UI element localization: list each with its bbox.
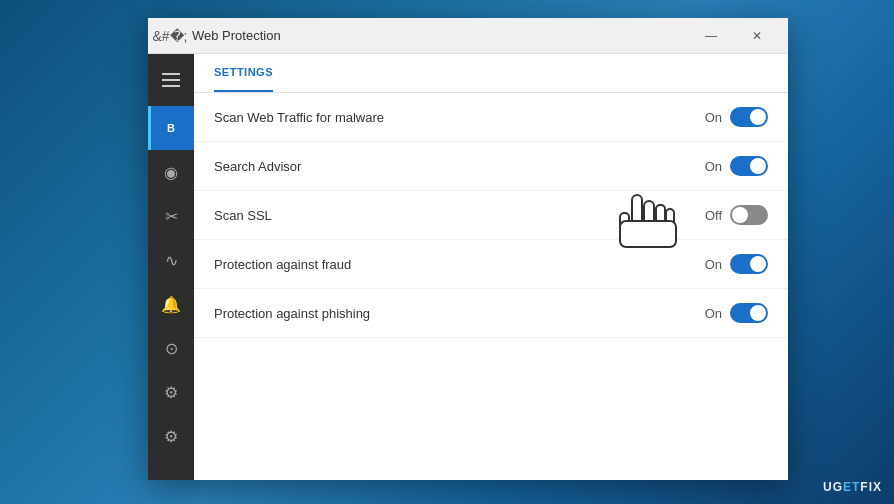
toggle-track-fraud: [730, 254, 768, 274]
settings-icon: ⚙: [164, 383, 178, 402]
advanced-icon: ⚙: [164, 427, 178, 446]
watermark-et: ET: [843, 480, 860, 494]
setting-right-phishing: On: [705, 303, 768, 323]
sidebar-item-advanced[interactable]: ⚙: [148, 414, 194, 458]
hamburger-line-1: [162, 73, 180, 75]
tab-settings[interactable]: SETTINGS: [214, 54, 273, 92]
toggle-thumb-phishing: [750, 305, 766, 321]
back-button[interactable]: &#�;: [156, 22, 184, 50]
settings-list: Scan Web Traffic for malware On Search A…: [194, 93, 788, 480]
sidebar-item-stats[interactable]: ∿: [148, 238, 194, 282]
toggle-thumb-scan-ssl: [732, 207, 748, 223]
setting-status-phishing: On: [705, 306, 722, 321]
toggle-track-search-advisor: [730, 156, 768, 176]
setting-row-fraud: Protection against fraud On: [194, 240, 788, 289]
setting-row-scan-ssl: Scan SSL Off: [194, 191, 788, 240]
watermark-ug: UG: [823, 480, 843, 494]
toggle-scan-web[interactable]: [730, 107, 768, 127]
setting-label-scan-ssl: Scan SSL: [214, 208, 272, 223]
setting-status-fraud: On: [705, 257, 722, 272]
toggle-thumb-search-advisor: [750, 158, 766, 174]
sidebar-item-monitor[interactable]: ◉: [148, 150, 194, 194]
setting-row-phishing: Protection against phishing On: [194, 289, 788, 338]
app-window: &#�; Web Protection — ✕ B ◉ ✂: [148, 18, 788, 480]
main-content: SETTINGS Scan Web Traffic for malware On: [194, 54, 788, 480]
hamburger-line-3: [162, 85, 180, 87]
toggle-scan-ssl[interactable]: [730, 205, 768, 225]
hamburger-line-2: [162, 79, 180, 81]
sidebar-item-account[interactable]: ⊙: [148, 326, 194, 370]
setting-label-search-advisor: Search Advisor: [214, 159, 301, 174]
setting-status-search-advisor: On: [705, 159, 722, 174]
setting-status-scan-web: On: [705, 110, 722, 125]
setting-row-search-advisor: Search Advisor On: [194, 142, 788, 191]
app-body: B ◉ ✂ ∿ 🔔 ⊙ ⚙ ⚙: [148, 54, 788, 480]
watermark: UGETFIX: [823, 480, 882, 494]
title-bar: &#�; Web Protection — ✕: [148, 18, 788, 54]
toggle-search-advisor[interactable]: [730, 156, 768, 176]
bell-icon: 🔔: [161, 295, 181, 314]
setting-right-fraud: On: [705, 254, 768, 274]
tabs-bar: SETTINGS: [194, 54, 788, 93]
minimize-button[interactable]: —: [688, 18, 734, 54]
window-controls: — ✕: [688, 18, 780, 54]
toggle-track-scan-ssl: [730, 205, 768, 225]
sidebar-item-settings[interactable]: ⚙: [148, 370, 194, 414]
setting-right-scan-ssl: Off: [705, 205, 768, 225]
toggle-fraud[interactable]: [730, 254, 768, 274]
chart-icon: ∿: [165, 251, 178, 270]
toggle-thumb-scan-web: [750, 109, 766, 125]
shield-badge: B: [158, 115, 184, 141]
setting-label-phishing: Protection against phishing: [214, 306, 370, 321]
account-icon: ⊙: [165, 339, 178, 358]
toggle-track-scan-web: [730, 107, 768, 127]
sidebar-item-tools[interactable]: ✂: [148, 194, 194, 238]
sidebar-item-protection[interactable]: B: [148, 106, 194, 150]
setting-right-scan-web: On: [705, 107, 768, 127]
close-button[interactable]: ✕: [734, 18, 780, 54]
toggle-phishing[interactable]: [730, 303, 768, 323]
tools-icon: ✂: [165, 207, 178, 226]
window-title: Web Protection: [184, 28, 688, 43]
setting-label-fraud: Protection against fraud: [214, 257, 351, 272]
setting-row-scan-web: Scan Web Traffic for malware On: [194, 93, 788, 142]
sidebar-item-notifications[interactable]: 🔔: [148, 282, 194, 326]
sidebar: B ◉ ✂ ∿ 🔔 ⊙ ⚙ ⚙: [148, 54, 194, 480]
toggle-thumb-fraud: [750, 256, 766, 272]
setting-label-scan-web: Scan Web Traffic for malware: [214, 110, 384, 125]
hamburger-button[interactable]: [153, 62, 189, 98]
eye-icon: ◉: [164, 163, 178, 182]
watermark-fix: FIX: [860, 480, 882, 494]
setting-status-scan-ssl: Off: [705, 208, 722, 223]
setting-right-search-advisor: On: [705, 156, 768, 176]
toggle-track-phishing: [730, 303, 768, 323]
